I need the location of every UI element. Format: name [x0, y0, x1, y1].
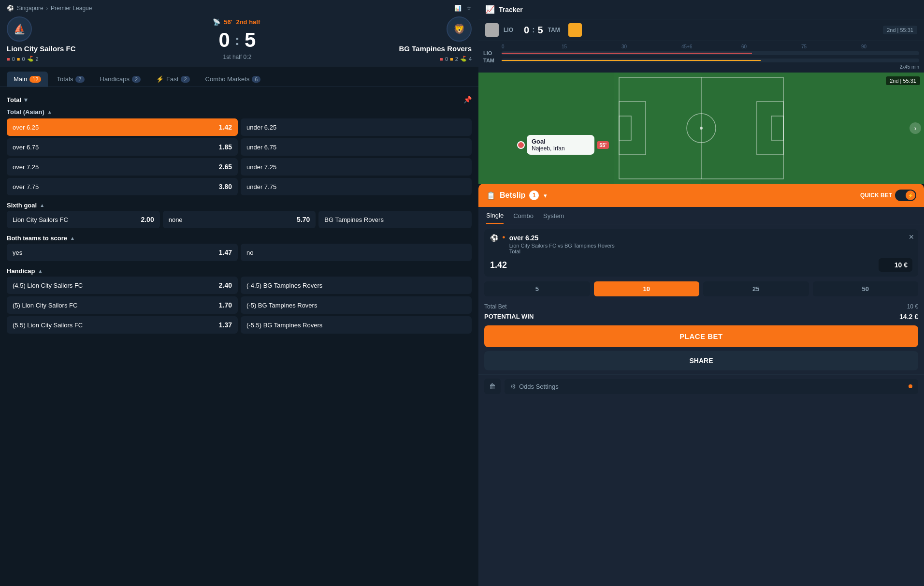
- mini-team-right: TAM: [548, 27, 563, 33]
- bet-under-675[interactable]: under 6.75: [241, 138, 472, 156]
- away-team-section: 🦁 BG Tampines Rovers ■ 0 ■ 2 ⛳ 4: [399, 16, 472, 62]
- pitch-container: Goal Najeeb, Irfan 55' 2nd | 55:31 ›: [478, 73, 924, 184]
- bet-item-odds: 1.42: [490, 260, 507, 270]
- halftime-score: 1st half 0:2: [76, 54, 399, 60]
- total-row-2: over 6.75 1.85 under 6.75: [7, 138, 472, 156]
- bet-hcap-55-home[interactable]: (5.5) Lion City Sailors FC 1.37: [7, 316, 238, 334]
- away-yellow-card: ■: [450, 56, 453, 62]
- total-section-title: Total: [7, 96, 21, 103]
- tab-combo-count: 6: [252, 76, 260, 83]
- betslip-dropdown-icon[interactable]: ▾: [544, 192, 547, 199]
- odds-settings-button[interactable]: ⚙ Odds Settings: [505, 379, 918, 394]
- bet-over-775[interactable]: over 7.75 3.80: [7, 178, 238, 195]
- pitch-next-btn[interactable]: ›: [910, 122, 921, 134]
- right-panel: 📈 Tracker LIO 0 : 5 TAM 2nd | 55:31 0 15…: [478, 0, 924, 586]
- bet-over-725-odds: 2.65: [219, 163, 232, 171]
- share-button[interactable]: SHARE: [484, 351, 918, 370]
- home-corner-icon: ⛳: [27, 56, 34, 62]
- tab-totals-count: 7: [75, 76, 84, 83]
- bet-over-775-odds: 3.80: [219, 183, 232, 190]
- pin-icon[interactable]: 📌: [463, 96, 472, 103]
- bet-no[interactable]: no: [241, 244, 472, 261]
- tab-combo[interactable]: Combo Markets 6: [199, 72, 268, 87]
- bet-sixth-away[interactable]: BG Tampines Rovers: [318, 211, 472, 228]
- bet-hcap-45-home[interactable]: (4.5) Lion City Sailors FC 2.40: [7, 277, 238, 294]
- tab-totals[interactable]: Totals 7: [50, 72, 91, 87]
- bet-over-625[interactable]: over 6.25 1.42: [7, 118, 238, 136]
- tab-combo[interactable]: Combo: [513, 212, 534, 224]
- bet-hcap-45-home-label: (4.5) Lion City Sailors FC: [13, 282, 83, 289]
- tab-handicaps[interactable]: Handicaps 2: [93, 72, 148, 87]
- bet-under-725-label: under 7.25: [246, 163, 276, 171]
- stats-icon[interactable]: 📊: [454, 5, 462, 12]
- bet-sixth-none[interactable]: none 5.70: [163, 211, 316, 228]
- goal-marker: Goal Najeeb, Irfan 55': [527, 135, 594, 155]
- bet-over-675[interactable]: over 6.75 1.85: [7, 138, 238, 156]
- goal-dot: [517, 141, 525, 149]
- tab-handicaps-label: Handicaps: [100, 75, 130, 83]
- tracker-icon: 📈: [485, 5, 495, 14]
- total-asian-title: Total (Asian): [7, 108, 44, 116]
- bet-under-775[interactable]: under 7.75: [241, 178, 472, 195]
- bet-sixth-away-label: BG Tampines Rovers: [324, 216, 384, 223]
- live-badge: 📡 56' 2nd half: [76, 18, 399, 26]
- bet-under-725[interactable]: under 7.25: [241, 158, 472, 176]
- tab-fast[interactable]: ⚡ Fast 2: [149, 72, 196, 87]
- country: Singapore: [17, 5, 43, 12]
- bet-sixth-home-odds: 2.00: [141, 216, 154, 223]
- bet-hcap-55-away[interactable]: (-5.5) BG Tampines Rovers: [241, 316, 472, 334]
- score-display: 0 : 5: [76, 29, 399, 52]
- qa-50[interactable]: 50: [813, 281, 919, 296]
- bet-hcap-45-away[interactable]: (-4.5) BG Tampines Rovers: [241, 277, 472, 294]
- bet-sixth-home-label: Lion City Sailors FC: [13, 216, 68, 223]
- league-name: Premier League: [51, 5, 92, 12]
- bet-hcap-45-home-odds: 2.40: [219, 281, 232, 289]
- score-home: 0: [219, 29, 230, 52]
- home-red-card: ■: [7, 56, 10, 62]
- betslip-panel: 📋 Betslip 1 ▾ QUICK BET ⚡ Single Combo S…: [478, 184, 924, 586]
- quick-bet-toggle[interactable]: ⚡: [895, 190, 916, 201]
- timeline-lio: LIO: [483, 50, 919, 56]
- handicap-sort-icon: ▲: [38, 268, 43, 274]
- qa-5[interactable]: 5: [484, 281, 590, 296]
- bet-over-725[interactable]: over 7.25 2.65: [7, 158, 238, 176]
- bet-sixth-home[interactable]: Lion City Sailors FC 2.00: [7, 211, 160, 228]
- bet-over-625-odds: 1.42: [219, 123, 232, 131]
- timeline-teams: LIO TAM: [483, 50, 919, 63]
- quick-bet-knob: ⚡: [906, 190, 915, 200]
- bet-item: ⚽ ● over 6.25 Lion City Sailors FC vs BG…: [484, 229, 918, 277]
- handicap-header: Handicap ▲: [7, 264, 472, 277]
- tab-fast-label: Fast: [166, 75, 178, 83]
- trash-button[interactable]: 🗑: [484, 379, 501, 394]
- bet-over-725-label: over 7.25: [13, 163, 39, 171]
- time-overlay: 2nd | 55:31: [886, 76, 920, 85]
- mini-score-home: 0: [524, 25, 529, 36]
- bet-item-odds-row: 1.42 10 €: [490, 258, 912, 272]
- bet-under-675-label: under 6.75: [246, 144, 276, 151]
- tab-system[interactable]: System: [543, 212, 564, 224]
- bet-yes-odds: 1.47: [219, 249, 232, 256]
- score-center: 📡 56' 2nd half 0 : 5 1st half 0:2: [76, 18, 399, 60]
- bet-over-625-label: over 6.25: [13, 124, 39, 131]
- qa-25[interactable]: 25: [703, 281, 809, 296]
- bet-hcap-45-away-label: (-4.5) BG Tampines Rovers: [246, 282, 322, 289]
- qa-10[interactable]: 10: [594, 281, 700, 296]
- total-dropdown-icon[interactable]: ▾: [24, 96, 28, 103]
- bet-under-625[interactable]: under 6.25: [241, 118, 472, 136]
- bet-yes[interactable]: yes 1.47: [7, 244, 238, 261]
- total-bet-row: Total Bet 10 €: [478, 301, 924, 312]
- mini-team-left: LIO: [504, 27, 519, 33]
- tab-single[interactable]: Single: [486, 212, 504, 224]
- bet-hcap-5-away[interactable]: (-5) BG Tampines Rovers: [241, 296, 472, 314]
- match-teams: ⛵ Lion City Sailors FC ■ 0 ■ 0 ⛳ 2 📡 56'…: [7, 16, 472, 62]
- total-section-header: Total ▾ 📌: [7, 92, 472, 105]
- mini-scores: 0 : 5: [524, 25, 543, 36]
- svg-rect-1: [614, 73, 701, 184]
- tab-main[interactable]: Main 12: [7, 72, 48, 87]
- bet-item-close-button[interactable]: ✕: [909, 233, 914, 241]
- sort-icon: ▲: [47, 109, 52, 115]
- both-teams-row: yes 1.47 no: [7, 244, 472, 261]
- favorite-icon[interactable]: ☆: [466, 5, 472, 12]
- bet-hcap-5-home[interactable]: (5) Lion City Sailors FC 1.70: [7, 296, 238, 314]
- place-bet-button[interactable]: PLACE BET: [484, 325, 918, 347]
